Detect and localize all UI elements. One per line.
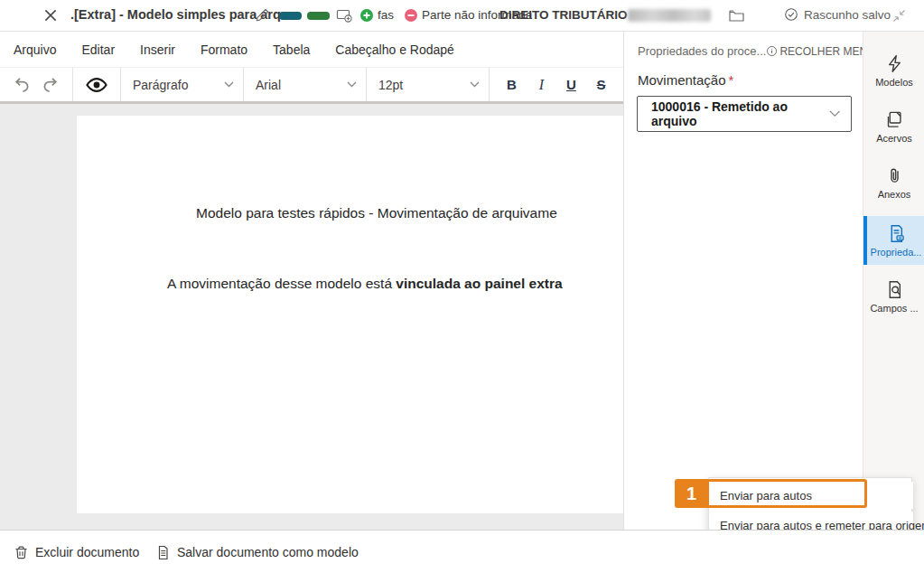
- redo-icon[interactable]: [41, 75, 61, 95]
- document-body-line: A movimentação desse modelo está vincula…: [167, 276, 563, 292]
- tag-pill-green: [307, 12, 330, 20]
- document-properties-icon: [887, 224, 906, 243]
- plus-circle-icon: [360, 9, 373, 22]
- font-size-value: 12pt: [378, 78, 403, 92]
- font-family-select[interactable]: Arial: [244, 68, 367, 101]
- trash-icon: [14, 545, 29, 560]
- delete-document-label: Excluir documento: [35, 545, 139, 559]
- monitor-plus-icon[interactable]: [336, 7, 353, 24]
- document-search-icon: [885, 280, 904, 299]
- paragraph-style-value: Parágrafo: [133, 78, 188, 92]
- menu-bar: Arquivo Editar Inserir Formato Tabela Ca…: [0, 32, 623, 67]
- edit-pencil-icon[interactable]: [255, 7, 270, 23]
- tag-pill-teal: [279, 12, 302, 20]
- underline-button[interactable]: U: [556, 77, 586, 92]
- chevron-down-icon: [224, 81, 234, 88]
- document-page[interactable]: Modelo para testes rápidos - Movimentaçã…: [77, 116, 623, 513]
- menu-arquivo[interactable]: Arquivo: [14, 42, 56, 57]
- collapse-menu-label: RECOLHER MENU: [779, 45, 874, 58]
- collapse-window-icon[interactable]: [891, 8, 907, 23]
- undo-icon[interactable]: [12, 75, 32, 95]
- send-options-menu: Enviar para autos Enviar para autos e re…: [708, 477, 912, 538]
- sidebar-item-modelos[interactable]: Modelos: [863, 48, 924, 93]
- party-included-label: fas: [378, 8, 394, 22]
- paperclip-icon: [885, 166, 904, 185]
- draft-status-label: Rascunho salvo: [804, 8, 891, 22]
- text-format-group: B I U S: [490, 68, 623, 101]
- annotation-step-badge: 1: [675, 479, 708, 508]
- folder-icon[interactable]: [728, 7, 745, 24]
- law-area-label: DIREITO TRIBUTÁRIO: [499, 8, 628, 22]
- document-heading-line: Modelo para testes rápidos - Movimentaçã…: [196, 205, 557, 221]
- chevron-down-icon: [470, 81, 480, 88]
- format-toolbar: Parágrafo Arial 12pt B I U S: [0, 67, 623, 101]
- sidebar-item-label: Anexos: [878, 189, 911, 200]
- sidebar-item-label: Modelos: [875, 77, 913, 88]
- chevron-down-icon: [829, 110, 840, 117]
- italic-button[interactable]: I: [527, 77, 556, 93]
- bold-button[interactable]: B: [497, 77, 527, 92]
- panel-title: Propriedades do proce...: [638, 44, 766, 58]
- sidebar-item-label: Acervos: [876, 133, 912, 144]
- minus-circle-icon: [405, 9, 417, 22]
- sidebar-item-label: Proprieda...: [871, 247, 922, 258]
- paragraph-style-select[interactable]: Parágrafo: [121, 68, 244, 101]
- document-body-normal: A movimentação desse modelo está: [167, 276, 396, 291]
- right-sidebar: Modelos Acervos Anexos Proprieda... Camp…: [863, 32, 924, 530]
- movimentacao-dropdown[interactable]: 1000016 - Remetido ao arquivo: [637, 96, 852, 132]
- close-icon[interactable]: [42, 7, 59, 23]
- sidebar-item-label: Campos ...: [870, 303, 918, 314]
- movimentacao-field-label: Movimentação*: [638, 72, 733, 88]
- save-as-model-label: Salvar documento como modelo: [177, 545, 359, 559]
- properties-panel: Propriedades do proce... RECOLHER MENU M…: [623, 32, 863, 530]
- document-body-bold: vinculada ao painel extra: [396, 276, 562, 291]
- panel-header: Propriedades do proce... RECOLHER MENU: [638, 44, 854, 58]
- strikethrough-button[interactable]: S: [586, 77, 616, 92]
- menu-cabecalho-rodape[interactable]: Cabeçalho e Rodapé: [335, 42, 454, 57]
- sidebar-item-acervos[interactable]: Acervos: [863, 104, 924, 149]
- draft-status: Rascunho salvo: [784, 7, 891, 22]
- lightning-icon: [885, 54, 904, 73]
- required-asterisk: *: [729, 72, 734, 88]
- font-size-select[interactable]: 12pt: [367, 68, 490, 101]
- top-bar: .[Extra] - Modelo simples para arq... fa…: [0, 0, 924, 32]
- info-icon: [766, 45, 778, 57]
- check-circle-icon: [784, 7, 798, 22]
- menu-inserir[interactable]: Inserir: [140, 42, 175, 57]
- chevron-down-icon: [347, 81, 357, 88]
- sidebar-item-propriedades[interactable]: Proprieda...: [863, 216, 924, 265]
- menu-formato[interactable]: Formato: [201, 42, 247, 57]
- collapse-menu-button[interactable]: RECOLHER MENU: [766, 45, 874, 58]
- bottom-bar: Excluir documento Salvar documento como …: [0, 530, 924, 573]
- preview-eye-icon[interactable]: [85, 73, 108, 97]
- delete-document-button[interactable]: Excluir documento: [14, 531, 139, 573]
- font-family-value: Arial: [256, 78, 281, 92]
- redacted-case-number: [628, 9, 711, 22]
- preview-group: [73, 68, 121, 101]
- menu-item-enviar-para-autos[interactable]: Enviar para autos: [709, 482, 913, 509]
- menu-tabela[interactable]: Tabela: [273, 42, 310, 57]
- field-label-text: Movimentação: [638, 72, 726, 88]
- sidebar-item-anexos[interactable]: Anexos: [863, 160, 924, 205]
- document-icon: [155, 545, 171, 560]
- stacked-pages-icon: [885, 110, 904, 129]
- document-canvas-area: Modelo para testes rápidos - Movimentaçã…: [0, 104, 623, 530]
- sidebar-item-campos[interactable]: Campos ...: [863, 274, 924, 319]
- menu-editar[interactable]: Editar: [81, 42, 115, 57]
- undo-redo-group: [0, 68, 73, 101]
- movimentacao-selected-value: 1000016 - Remetido ao arquivo: [651, 99, 829, 128]
- save-as-model-button[interactable]: Salvar documento como modelo: [155, 531, 359, 573]
- editor-window: .[Extra] - Modelo simples para arq... fa…: [0, 0, 924, 573]
